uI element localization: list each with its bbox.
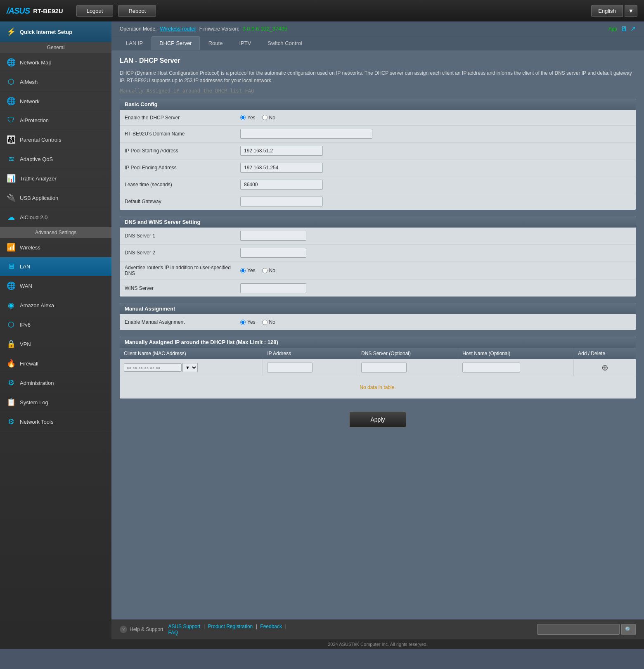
dhcp-list-table: Client Name (MAC Address) IP Address DNS…: [120, 348, 636, 399]
enable-manual-yes-radio[interactable]: [240, 320, 246, 325]
top-bar: /ASUS RT-BE92U Logout Reboot English ▼: [0, 0, 644, 21]
language-dropdown-button[interactable]: ▼: [625, 5, 637, 17]
page-description: DHCP (Dynamic Host Configuration Protoco…: [120, 69, 636, 84]
sidebar-item-network[interactable]: 🌐 Network: [0, 92, 111, 111]
operation-mode-label: Operation Mode:: [120, 26, 156, 32]
product-registration-link[interactable]: Product Registration: [208, 624, 253, 629]
enable-dhcp-no-radio[interactable]: [262, 115, 268, 120]
traffic-analyzer-icon: 📊: [7, 174, 16, 183]
adaptive-qos-icon: ≋: [7, 154, 16, 164]
footer-search-button[interactable]: 🔍: [621, 624, 636, 635]
advertise-dns-no-radio[interactable]: [262, 268, 268, 273]
lease-time-input[interactable]: [240, 180, 323, 190]
form-row-enable-dhcp: Enable the DHCP Server Yes No: [120, 110, 636, 126]
tab-iptv[interactable]: IPTV: [231, 36, 259, 50]
tab-switch-control[interactable]: Switch Control: [260, 36, 310, 50]
ip-address-input[interactable]: [267, 363, 313, 372]
dns1-input[interactable]: [240, 231, 306, 241]
sidebar-item-label: Firewall: [20, 361, 38, 367]
mac-dropdown[interactable]: ▼: [182, 363, 198, 372]
add-entry-button[interactable]: ⊕: [601, 363, 608, 372]
ip-pool-end-input[interactable]: [240, 163, 323, 173]
manual-assignment-section: Manual Assignment Enable Manual Assignme…: [120, 303, 636, 330]
domain-name-label: RT-BE92U's Domain Name: [125, 131, 240, 137]
advertise-dns-no[interactable]: No: [262, 268, 275, 273]
reboot-button[interactable]: Reboot: [118, 5, 156, 17]
advertise-dns-yes-radio[interactable]: [240, 268, 246, 273]
no-data-text: No data in table.: [124, 380, 632, 395]
sidebar-item-wireless[interactable]: 📶 Wireless: [0, 238, 111, 257]
enable-manual-yes[interactable]: Yes: [240, 319, 256, 325]
apply-button[interactable]: Apply: [349, 412, 406, 427]
asus-support-link[interactable]: ASUS Support: [168, 624, 200, 629]
dns-wins-section: DNS and WINS Server Setting DNS Server 1…: [120, 216, 636, 297]
mac-address-cell: ▼: [120, 359, 263, 376]
footer-separator-2: |: [256, 624, 258, 629]
footer-search-input[interactable]: [537, 624, 620, 635]
app-share-icon[interactable]: ↗: [630, 25, 636, 33]
sidebar-item-amazon-alexa[interactable]: ◉ Amazon Alexa: [0, 296, 111, 315]
sidebar: ⚡ Quick Internet Setup General 🌐 Network…: [0, 21, 111, 649]
ip-pool-end-control: [240, 163, 631, 173]
sidebar-item-wan[interactable]: 🌐 WAN: [0, 276, 111, 296]
enable-manual-no[interactable]: No: [262, 319, 275, 325]
network-map-icon: 🌐: [7, 58, 16, 67]
sidebar-item-label: Traffic Analyzer: [20, 176, 57, 182]
sidebar-item-network-map[interactable]: 🌐 Network Map: [0, 53, 111, 72]
sidebar-item-label: IPv6: [20, 322, 31, 328]
main-layout: ⚡ Quick Internet Setup General 🌐 Network…: [0, 21, 644, 649]
vpn-icon: 🔒: [7, 339, 16, 349]
language-button[interactable]: English: [591, 5, 623, 17]
faq-link[interactable]: Manually Assigned IP around the DHCP lis…: [120, 88, 254, 94]
sidebar-item-lan[interactable]: 🖥 LAN: [0, 257, 111, 276]
host-name-input[interactable]: [462, 363, 520, 372]
sidebar-item-administration[interactable]: ⚙ Administration: [0, 373, 111, 393]
sidebar-item-adaptive-qos[interactable]: ≋ Adaptive QoS: [0, 149, 111, 169]
sidebar-item-firewall[interactable]: 🔥 Firewall: [0, 354, 111, 373]
basic-config-body: Enable the DHCP Server Yes No: [120, 110, 636, 210]
sidebar-item-usb-application[interactable]: 🔌 USB Application: [0, 188, 111, 208]
sidebar-item-parental-controls[interactable]: 👨‍👩‍👧 Parental Controls: [0, 130, 111, 149]
footer-help: ? Help & Support: [120, 626, 163, 633]
operation-mode-value[interactable]: Wireless router: [160, 26, 196, 32]
default-gateway-input[interactable]: [240, 197, 323, 206]
dns-wins-body: DNS Server 1 DNS Server 2 Advertise rout…: [120, 228, 636, 297]
enable-manual-no-radio[interactable]: [262, 320, 268, 325]
tab-lan-ip[interactable]: LAN IP: [118, 36, 151, 50]
sidebar-item-aicloud[interactable]: ☁ AiCloud 2.0: [0, 208, 111, 227]
logout-button[interactable]: Logout: [76, 5, 114, 17]
sidebar-item-system-log[interactable]: 📋 System Log: [0, 393, 111, 412]
language-area: English ▼: [591, 5, 637, 17]
sidebar-item-label: System Log: [20, 399, 48, 406]
sidebar-item-label: Parental Controls: [20, 137, 61, 143]
logo-area: /ASUS RT-BE92U: [7, 6, 63, 16]
sidebar-item-quick-setup[interactable]: ⚡ Quick Internet Setup: [0, 21, 111, 42]
app-screen-icon[interactable]: 🖥: [620, 25, 627, 33]
basic-config-header: Basic Config: [120, 99, 636, 110]
dns2-input[interactable]: [240, 248, 306, 258]
enable-dhcp-yes[interactable]: Yes: [240, 115, 256, 121]
ip-pool-start-input[interactable]: [240, 146, 323, 156]
sidebar-item-vpn[interactable]: 🔒 VPN: [0, 334, 111, 354]
dns-optional-input[interactable]: [361, 363, 407, 372]
sidebar-item-ipv6[interactable]: ⬡ IPv6: [0, 315, 111, 334]
enable-dhcp-yes-radio[interactable]: [240, 115, 246, 120]
basic-config-section: Basic Config Enable the DHCP Server Yes …: [120, 99, 636, 210]
faq-footer-link[interactable]: FAQ: [168, 630, 178, 636]
domain-name-input[interactable]: [240, 129, 372, 139]
wins-input[interactable]: [240, 283, 306, 293]
mac-address-input[interactable]: [124, 363, 182, 372]
advertise-dns-label: Advertise router's IP in addition to use…: [125, 265, 240, 276]
sidebar-item-network-tools[interactable]: ⚙ Network Tools: [0, 412, 111, 432]
enable-dhcp-no[interactable]: No: [262, 115, 275, 121]
feedback-link[interactable]: Feedback: [260, 624, 282, 629]
tab-dhcp-server[interactable]: DHCP Server: [152, 36, 200, 50]
tab-route[interactable]: Route: [201, 36, 231, 50]
sidebar-item-traffic-analyzer[interactable]: 📊 Traffic Analyzer: [0, 169, 111, 188]
tabs-bar: LAN IP DHCP Server Route IPTV Switch Con…: [111, 36, 644, 50]
form-row-dns2: DNS Server 2: [120, 244, 636, 261]
sidebar-item-aiprotection[interactable]: 🛡 AiProtection: [0, 111, 111, 130]
advertise-dns-yes[interactable]: Yes: [240, 268, 256, 273]
dhcp-list-table-area: Client Name (MAC Address) IP Address DNS…: [120, 348, 636, 399]
sidebar-item-aimesh[interactable]: ⬡ AiMesh: [0, 72, 111, 92]
